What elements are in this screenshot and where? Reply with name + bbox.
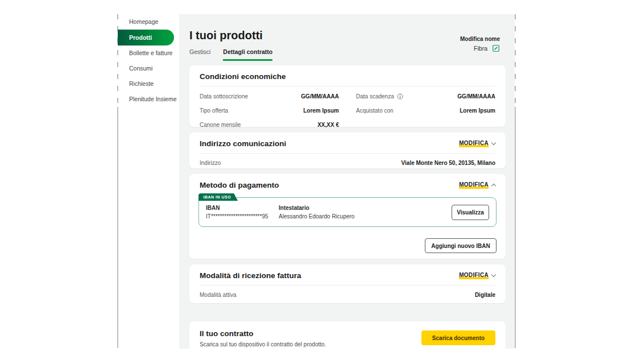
row-value: Digitale bbox=[475, 292, 495, 298]
holder-value: Alessandro Edoardo Ricupero bbox=[279, 213, 452, 220]
left-solid-guide bbox=[117, 107, 118, 348]
iban-label: IBAN bbox=[206, 205, 279, 211]
modifica-payment-link[interactable]: MODIFICA bbox=[459, 181, 495, 189]
card-title: Indirizzo comunicazioni bbox=[200, 139, 286, 148]
row-value: Viale Monte Nero 50, 20135, Milano bbox=[402, 160, 495, 166]
card-title: Il tuo contratto bbox=[200, 329, 326, 338]
chevron-up-icon bbox=[491, 184, 496, 188]
invoice-delivery-card: Modalità di ricezione fattura MODIFICA M… bbox=[189, 264, 506, 303]
sidebar-item-consumi[interactable]: Consumi bbox=[118, 61, 175, 76]
sidebar-item-plenitude-insieme[interactable]: Plenitude Insieme bbox=[118, 92, 175, 107]
card-head: Modalità di ricezione fattura MODIFICA bbox=[189, 264, 506, 280]
rename-label: Modifica nome bbox=[460, 36, 500, 42]
contract-card: Il tuo contratto Scarica sul tuo disposi… bbox=[189, 321, 506, 349]
row-label: Indirizzo bbox=[200, 160, 221, 166]
communications-address-card: Indirizzo comunicazioni MODIFICA Indiriz… bbox=[189, 133, 506, 168]
modifica-label: MODIFICA bbox=[459, 181, 489, 189]
table-row: Data scadenza GG/MM/AAAA bbox=[356, 89, 495, 104]
card-body: Modalità attiva Digitale bbox=[189, 286, 506, 302]
chevron-down-icon bbox=[491, 140, 496, 145]
contract-text-block: Il tuo contratto Scarica sul tuo disposi… bbox=[200, 329, 326, 348]
modifica-label: MODIFICA bbox=[459, 140, 489, 147]
holder-column: Intestatario Alessandro Edoardo Ricupero bbox=[279, 205, 452, 220]
tab-gestisci[interactable]: Gestisci bbox=[189, 48, 210, 61]
sidebar-item-bollette-e-fatture[interactable]: Bollette e fatture bbox=[118, 46, 175, 61]
holder-label: Intestatario bbox=[279, 205, 452, 211]
right-dashed-guide bbox=[515, 14, 516, 107]
row-label: Tipo offerta bbox=[200, 107, 228, 114]
sidebar-item-richieste[interactable]: Richieste bbox=[118, 76, 175, 92]
rename-block: Modifica nome Fibra bbox=[460, 36, 500, 52]
card-head: Indirizzo comunicazioni MODIFICA bbox=[189, 133, 506, 148]
edit-square-icon[interactable] bbox=[492, 44, 500, 52]
table-row: Data sottoscrizione GG/MM/AAAA bbox=[200, 89, 339, 104]
card-head: Condizioni economiche bbox=[189, 65, 506, 81]
right-solid-guide bbox=[515, 107, 516, 348]
product-name: Fibra bbox=[474, 45, 487, 52]
page-title: I tuoi prodotti bbox=[189, 29, 263, 42]
table-row: Canone mensile XX,XX € bbox=[200, 118, 339, 132]
card-title: Metodo di pagamento bbox=[200, 181, 279, 189]
add-iban-row: Aggiungi nuovo IBAN bbox=[198, 238, 497, 253]
add-iban-button[interactable]: Aggiungi nuovo IBAN bbox=[425, 238, 497, 253]
row-value: Lorem Ipsum bbox=[303, 107, 339, 114]
row-value: XX,XX € bbox=[317, 122, 339, 128]
row-label: Data sottoscrizione bbox=[200, 93, 248, 100]
sidebar-item-homepage[interactable]: Homepage bbox=[118, 14, 175, 30]
iban-in-use-badge: IBAN IN USO bbox=[198, 193, 238, 201]
payment-method-card: Metodo di pagamento MODIFICA IBAN IN USO… bbox=[189, 174, 506, 259]
economic-grid: Data sottoscrizione GG/MM/AAAA Tipo offe… bbox=[189, 86, 506, 132]
sidebar-item-prodotti[interactable]: Prodotti bbox=[118, 30, 174, 46]
economic-right-column: Data scadenza GG/MM/AAAA bbox=[356, 89, 495, 132]
iban-in-use-box: IBAN IN USO IBAN IT*********************… bbox=[198, 197, 497, 227]
modifica-label: MODIFICA bbox=[459, 272, 489, 279]
tab-dettagli-contratto[interactable]: Dettagli contratto bbox=[223, 48, 272, 61]
economic-left-column: Data sottoscrizione GG/MM/AAAA Tipo offe… bbox=[200, 89, 339, 132]
tab-bar: Gestisci Dettagli contratto bbox=[189, 48, 272, 61]
card-head: Metodo di pagamento MODIFICA bbox=[189, 174, 506, 189]
product-name-row: Fibra bbox=[460, 44, 500, 52]
row-label: Modalità attiva bbox=[200, 292, 236, 298]
chevron-down-icon bbox=[491, 272, 496, 277]
main-content: I tuoi prodotti Gestisci Dettagli contra… bbox=[179, 14, 515, 349]
visualizza-button[interactable]: Visualizza bbox=[452, 205, 489, 220]
modifica-address-link[interactable]: MODIFICA bbox=[459, 140, 495, 147]
download-contract-button[interactable]: Scarica documento bbox=[421, 330, 495, 345]
table-row: Modalità attiva Digitale bbox=[200, 288, 495, 302]
page: Homepage Prodotti Bollette e fatture Con… bbox=[0, 0, 633, 364]
row-value: Lorem Ipsum bbox=[460, 107, 495, 114]
row-label-text: Data scadenza bbox=[356, 93, 394, 100]
table-row: Acquistato con Lorem Ipsum bbox=[356, 104, 495, 118]
card-title: Modalità di ricezione fattura bbox=[200, 271, 301, 280]
iban-column: IBAN IT***********************95 bbox=[206, 205, 279, 220]
sidebar: Homepage Prodotti Bollette e fatture Con… bbox=[118, 14, 175, 107]
modifica-invoice-link[interactable]: MODIFICA bbox=[459, 272, 495, 279]
economic-conditions-card: Condizioni economiche Data sottoscrizion… bbox=[189, 65, 506, 127]
row-label: Canone mensile bbox=[200, 122, 241, 128]
row-label: Acquistato con bbox=[356, 107, 394, 114]
table-row: Indirizzo Viale Monte Nero 50, 20135, Mi… bbox=[200, 156, 495, 170]
info-icon[interactable] bbox=[397, 93, 403, 100]
row-value: GG/MM/AAAA bbox=[457, 93, 495, 100]
iban-value: IT***********************95 bbox=[206, 213, 279, 220]
card-title: Condizioni economiche bbox=[200, 72, 286, 81]
card-body: Indirizzo Viale Monte Nero 50, 20135, Mi… bbox=[189, 154, 506, 170]
contract-subtitle: Scarica sul tuo dispositivo il contratto… bbox=[200, 341, 326, 348]
row-value: GG/MM/AAAA bbox=[301, 93, 339, 100]
table-row: Tipo offerta Lorem Ipsum bbox=[200, 104, 339, 118]
row-label: Data scadenza bbox=[356, 93, 403, 100]
